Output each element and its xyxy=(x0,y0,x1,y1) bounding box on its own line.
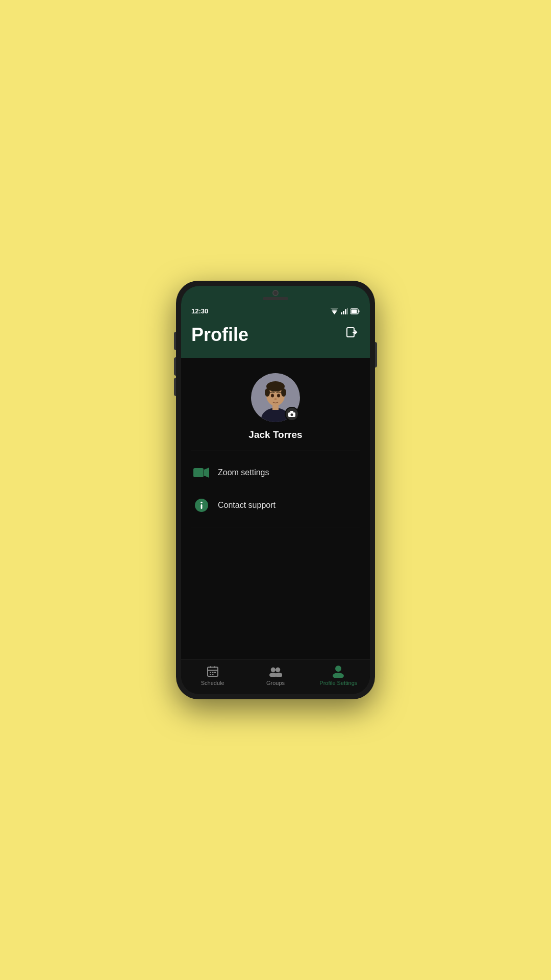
svg-marker-25 xyxy=(204,468,209,478)
svg-rect-24 xyxy=(193,468,204,477)
main-content: Jack Torres Zoom settings xyxy=(181,358,370,659)
svg-point-19 xyxy=(277,394,280,398)
svg-rect-23 xyxy=(290,411,293,412)
nav-label-groups: Groups xyxy=(266,680,285,686)
phone-frame: 12:30 xyxy=(176,281,375,699)
svg-rect-35 xyxy=(214,672,216,673)
svg-rect-6 xyxy=(347,308,348,314)
svg-rect-3 xyxy=(341,312,342,314)
video-icon xyxy=(193,464,210,481)
user-name: Jack Torres xyxy=(248,429,302,440)
front-camera xyxy=(272,290,279,296)
wifi-icon xyxy=(331,308,338,314)
svg-rect-36 xyxy=(210,674,211,675)
signal-icon xyxy=(341,308,348,314)
svg-point-28 xyxy=(201,502,203,504)
svg-rect-4 xyxy=(343,311,344,314)
menu-item-zoom[interactable]: Zoom settings xyxy=(181,456,370,489)
svg-point-38 xyxy=(271,668,276,672)
svg-point-18 xyxy=(271,394,274,398)
status-bar: 12:30 xyxy=(181,302,370,318)
nav-label-schedule: Schedule xyxy=(201,680,224,686)
svg-rect-33 xyxy=(210,672,211,673)
page-title: Profile xyxy=(191,324,248,346)
menu-label-zoom: Zoom settings xyxy=(218,468,269,477)
page-header: Profile xyxy=(181,318,370,358)
menu-item-support[interactable]: Contact support xyxy=(181,489,370,522)
camera-badge[interactable] xyxy=(285,407,299,421)
speaker xyxy=(263,297,288,300)
status-icons xyxy=(331,308,360,314)
phone-notch xyxy=(181,286,370,302)
nav-label-profile-settings: Profile Settings xyxy=(319,680,357,686)
svg-point-22 xyxy=(291,413,293,416)
svg-point-42 xyxy=(335,666,341,672)
logout-button[interactable] xyxy=(343,324,360,344)
svg-point-39 xyxy=(276,668,280,672)
profile-settings-nav-icon xyxy=(332,665,345,678)
menu-label-support: Contact support xyxy=(218,501,276,510)
svg-point-41 xyxy=(275,673,282,677)
phone-screen: 12:30 xyxy=(181,286,370,694)
logout-icon xyxy=(345,326,358,338)
svg-point-17 xyxy=(281,388,286,397)
menu-list: Zoom settings Contact support xyxy=(181,451,370,527)
nav-item-schedule[interactable]: Schedule xyxy=(181,665,244,686)
groups-nav-icon xyxy=(269,665,282,678)
svg-point-43 xyxy=(333,673,344,678)
status-time: 12:30 xyxy=(191,307,208,315)
svg-rect-31 xyxy=(214,666,215,668)
svg-rect-30 xyxy=(210,666,211,668)
svg-rect-37 xyxy=(212,674,213,675)
schedule-nav-icon xyxy=(206,665,219,678)
svg-rect-5 xyxy=(345,309,346,314)
svg-rect-9 xyxy=(352,309,357,313)
svg-rect-27 xyxy=(201,504,203,509)
info-icon xyxy=(193,497,210,513)
svg-rect-34 xyxy=(212,672,213,673)
bottom-nav: Schedule Groups xyxy=(181,659,370,694)
avatar-wrapper xyxy=(251,373,300,422)
camera-icon xyxy=(288,411,295,417)
nav-item-groups[interactable]: Groups xyxy=(244,665,307,686)
battery-icon xyxy=(350,308,360,314)
svg-rect-8 xyxy=(359,310,360,312)
svg-point-20 xyxy=(274,398,277,400)
bottom-divider xyxy=(191,527,360,527)
avatar-section: Jack Torres xyxy=(181,358,370,451)
svg-point-16 xyxy=(265,388,270,397)
nav-item-profile-settings[interactable]: Profile Settings xyxy=(307,665,370,686)
